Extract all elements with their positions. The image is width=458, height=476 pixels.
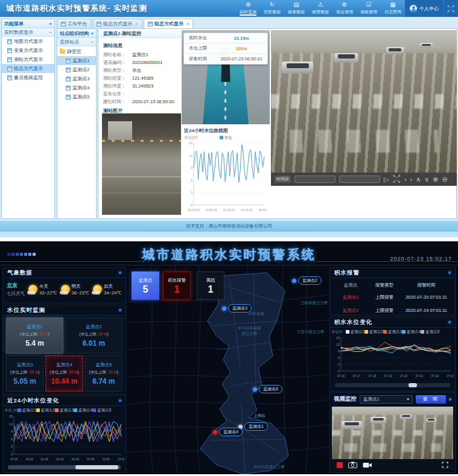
marker-dot-station2[interactable] <box>292 279 296 283</box>
time-end-input[interactable] <box>339 176 380 183</box>
nav-alarm-data[interactable]: ⚠ 报警数据 <box>308 0 332 17</box>
tree-item-station2[interactable]: 监测点2 <box>57 65 96 74</box>
tab-workbench[interactable]: 工作平台 <box>57 19 91 28</box>
panel-dot-icon <box>449 398 451 401</box>
level-limit-value: 100m <box>215 46 267 51</box>
pan-down-icon[interactable]: ∨ <box>424 176 429 183</box>
nav-inspection-admin[interactable]: ☑ 巡检管理 <box>357 0 381 17</box>
nav-history-data[interactable]: ↻ 历史数据 <box>260 0 284 17</box>
level-card-station2[interactable]: 监测点2 (水位上限: 10 m) 6.01 m <box>65 317 122 354</box>
map-marker-station5[interactable]: 监测点5 <box>259 385 282 393</box>
user-center-button[interactable]: 个人中心 <box>405 0 444 17</box>
sidebar-item-variable-display[interactable]: 变量方式显示 <box>2 46 54 55</box>
chart-scrollbar[interactable] <box>335 383 450 387</box>
map-marker-station2[interactable]: 监测点2 <box>298 276 322 285</box>
close-icon[interactable]: × <box>186 21 189 27</box>
sun-icon <box>28 285 37 294</box>
weather-panel: 气象数据 北京 七日天气 今天33~22℃ 明天36~23℃ 后天34~24℃ <box>2 267 126 303</box>
car-shape <box>371 417 386 424</box>
map-marker-station3[interactable]: 监测点3 <box>228 304 252 313</box>
svg-text:9: 9 <box>191 166 192 170</box>
build-time-value: 2020-07-15 06:59:00 <box>132 99 174 105</box>
station-info-heading: 测站信息 <box>103 42 122 49</box>
sidebar-item-station-display[interactable]: 测站方式显示 <box>2 55 54 64</box>
sun-icon <box>93 285 102 294</box>
select-station-section[interactable]: 选择站点 <box>60 39 79 45</box>
tab-icon <box>148 22 153 27</box>
expand-icon[interactable]: ↖↗↙↘ <box>392 174 400 184</box>
nav-realtime-monitor[interactable]: ⊕ 实时监测 <box>236 0 260 17</box>
scrollbar-handle[interactable] <box>75 465 118 469</box>
video-monitor-title: 视频监控 <box>334 395 357 403</box>
weather-city: 北京 <box>7 282 25 290</box>
svg-text:07-18: 07-18 <box>369 374 377 378</box>
marker-dot-station5[interactable] <box>253 387 257 392</box>
pan-left-icon[interactable]: ‹ <box>404 176 407 183</box>
minus-icon[interactable]: − <box>49 30 52 35</box>
stop-record-icon[interactable] <box>337 462 343 468</box>
car-shape <box>400 414 412 419</box>
sidebar-item-map-display[interactable]: 地图方式显示 <box>2 37 54 46</box>
sidebar-item-scada-display[interactable]: 组态方式显示 <box>2 64 54 73</box>
chart-scrollbar[interactable] <box>8 465 121 469</box>
nav-backend-admin[interactable]: ⚙ 后台管理 <box>332 0 357 17</box>
time-start-input[interactable] <box>294 176 336 183</box>
fullscreen-icon[interactable] <box>442 462 448 468</box>
tab-scada-2[interactable]: 组态方式显示 × <box>144 19 194 28</box>
video-toolbar <box>332 459 453 471</box>
comm-code-value: 310106000001 <box>132 60 162 66</box>
tree-item-station5[interactable]: 监测点5 <box>57 92 96 101</box>
minus-icon[interactable]: − <box>91 39 94 45</box>
level-card-station5[interactable]: 监测点5 (水位上限: 10 m) 6.74 m <box>85 355 122 392</box>
function-menu-panel: 功能菜单 « 实时数据显示 − 地图方式显示 变量方式显示 测站方式显 <box>1 19 55 219</box>
video-camera-icon[interactable] <box>363 462 372 468</box>
marker-dot-station4-alarm[interactable] <box>213 430 217 434</box>
fullscreen-button[interactable]: ↖↗↙↘ <box>444 0 458 17</box>
map-marker-station4[interactable]: 监测点4 <box>219 428 243 436</box>
scrollbar-handle[interactable] <box>409 383 417 387</box>
level-monitor-title: 水位实时监测 <box>7 306 45 314</box>
marker-dot-station3[interactable] <box>222 306 226 311</box>
pan-right-icon[interactable]: › <box>410 176 413 183</box>
realtime-display-section[interactable]: 实时数据显示 <box>4 29 33 36</box>
realtime-level-value: 10.15m <box>215 36 267 41</box>
monitor-icon: ⊕ <box>246 2 250 8</box>
pan-up-icon[interactable]: ∧ <box>416 176 421 183</box>
alarm-icon: ⚠ <box>318 2 323 8</box>
tab-strip: 工作平台 组态方式显示 × 组态方式显示 × <box>57 18 457 28</box>
sidebar-item-key-video[interactable]: 重点视频监控 <box>2 73 54 82</box>
level-card-station4-alarm[interactable]: 监测点4 (水位上限: 10 m) 10.44 m <box>45 355 83 392</box>
trend-24h-panel: 近24小时水位变化 水位 (m) 监测点1监测点2监测点3监测点4监测点5 03… <box>2 395 126 473</box>
tree-item-station4[interactable]: 监测点4 <box>57 83 96 92</box>
nav-log-query[interactable]: ▦ 日志查询 <box>381 0 405 17</box>
tab-scada-1[interactable]: 组态方式显示 × <box>92 19 142 28</box>
play-icon[interactable]: ▷ <box>384 176 389 183</box>
nav-report-data[interactable]: ▤ 报表数据 <box>284 0 308 17</box>
alarm-table-row[interactable]: 监测点1上限报警2020-07-20 07:01:11 <box>334 291 451 304</box>
zoom-out-icon[interactable]: ⊖ <box>442 176 448 183</box>
svg-text:3: 3 <box>338 363 340 366</box>
footer-strip <box>0 232 458 237</box>
car-shape <box>342 421 362 429</box>
alarm-table-row[interactable]: 监测点2上限报警2020-07-19 07:01:11 <box>334 304 451 317</box>
map-marker-station1[interactable]: 监测点1 <box>244 422 268 431</box>
svg-text:12: 12 <box>336 343 340 346</box>
station-type-value: 水位 <box>132 68 141 74</box>
level-card-station3[interactable]: 监测点3 (水位上限: 10 m) 5.05 m <box>6 355 43 392</box>
zoom-in-icon[interactable]: ⊕ <box>433 176 438 183</box>
svg-text:07-22: 07-22 <box>431 374 439 378</box>
snapshot-camera-icon[interactable] <box>348 462 357 468</box>
tree-item-station1[interactable]: 监测点1 <box>57 56 96 65</box>
camera-select[interactable]: 监测点1 ▾ <box>360 395 413 404</box>
collapse-left-icon[interactable]: « <box>91 31 94 36</box>
folder-icon <box>60 49 65 54</box>
tree-item-station3[interactable]: 监测点3 <box>57 74 96 83</box>
collapse-left-icon[interactable]: « <box>49 21 52 27</box>
close-icon[interactable]: × <box>135 21 138 27</box>
stat-value: 1 <box>208 285 214 294</box>
level-card-station1[interactable]: 监测点1 (水位上限: 10 m) 5.4 m <box>6 317 63 354</box>
svg-text:0: 0 <box>338 369 340 373</box>
level-change-ylabel: 水位m <box>331 329 342 335</box>
tree-group-district[interactable]: 静安区 <box>57 46 96 56</box>
query-button[interactable]: 查 询 <box>416 395 446 404</box>
